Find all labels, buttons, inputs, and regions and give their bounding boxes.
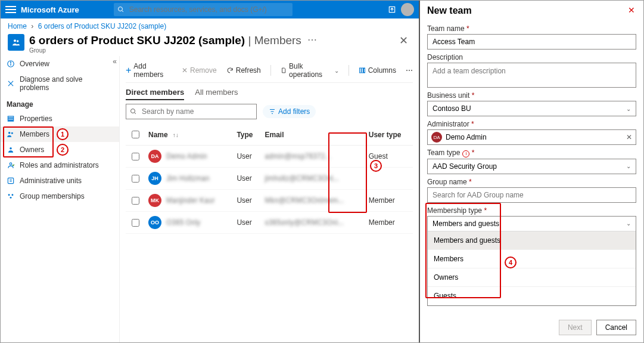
members-table: Name↑↓ Type Email User type DADemo Admin… bbox=[126, 124, 413, 234]
col-name[interactable]: Name↑↓ bbox=[145, 124, 233, 146]
membership-option[interactable]: Guests bbox=[428, 287, 636, 305]
svg-point-0 bbox=[118, 7, 122, 11]
col-user-type[interactable]: User type bbox=[365, 124, 413, 146]
search-icon bbox=[130, 108, 137, 115]
bulk-operations-button[interactable]: Bulk operations⌄ bbox=[281, 62, 339, 79]
row-type: User bbox=[233, 190, 261, 212]
svg-rect-20 bbox=[363, 68, 365, 73]
table-row[interactable]: OOO365 OnlyUsero365only@CRMC3Onl...Membe… bbox=[126, 212, 413, 234]
svg-rect-8 bbox=[8, 118, 13, 119]
nav-owners[interactable]: Owners bbox=[1, 142, 119, 157]
members-icon bbox=[7, 130, 15, 138]
nav-manage-header: Manage bbox=[1, 95, 119, 111]
row-avatar: DA bbox=[148, 150, 161, 163]
svg-point-3 bbox=[17, 40, 18, 42]
team-name-label: Team name bbox=[427, 24, 636, 33]
nav-properties[interactable]: Properties bbox=[1, 111, 119, 126]
nav-group-memberships[interactable]: Group memberships bbox=[1, 189, 119, 204]
svg-point-21 bbox=[131, 109, 135, 113]
row-type: User bbox=[233, 212, 261, 234]
add-members-button[interactable]: +Add members bbox=[126, 62, 172, 79]
table-row[interactable]: JHJim HoltzmanUserjimholtz@CRMC3Onl... bbox=[126, 168, 413, 190]
svg-line-1 bbox=[122, 11, 123, 13]
export-icon[interactable] bbox=[388, 5, 396, 14]
row-avatar: MK bbox=[148, 194, 161, 207]
nav-diagnose[interactable]: Diagnose and solve problems bbox=[1, 72, 119, 95]
more-actions[interactable]: ⋯ bbox=[307, 34, 317, 45]
team-type-label: Team typei bbox=[427, 149, 636, 157]
properties-icon bbox=[7, 115, 15, 123]
admin-chip[interactable]: DA Demo Admin ✕ bbox=[427, 129, 636, 145]
team-name-input[interactable] bbox=[427, 34, 636, 50]
membership-option[interactable]: Owners bbox=[428, 268, 636, 287]
group-name-label: Group name bbox=[427, 178, 636, 186]
search-name-input[interactable] bbox=[141, 107, 253, 116]
col-type[interactable]: Type bbox=[233, 124, 261, 146]
membership-label: Membership type bbox=[427, 206, 636, 215]
chevron-down-icon: ⌄ bbox=[626, 163, 631, 169]
refresh-button[interactable]: Refresh bbox=[226, 66, 261, 75]
svg-point-16 bbox=[11, 194, 13, 196]
tab-direct-members[interactable]: Direct members bbox=[126, 88, 184, 100]
cancel-button[interactable]: Cancel bbox=[596, 320, 636, 335]
row-email: o365only@CRMC3Onl... bbox=[261, 212, 365, 234]
row-email: Mkn@CRMC3Onlmem... bbox=[261, 190, 365, 212]
row-email: jimholtz@CRMC3Onl... bbox=[261, 168, 365, 190]
svg-rect-7 bbox=[8, 116, 13, 118]
team-type-select[interactable]: AAD Security Group⌄ bbox=[427, 159, 636, 174]
global-search-input[interactable] bbox=[128, 5, 289, 14]
page-title: 6 orders of Product SKU JJ202 (sample) |… bbox=[29, 34, 301, 47]
hamburger-menu[interactable] bbox=[5, 6, 16, 13]
collapse-nav[interactable]: « bbox=[113, 57, 117, 66]
add-filters-button[interactable]: Add filters bbox=[263, 105, 316, 118]
membership-option[interactable]: Members and guests bbox=[428, 231, 636, 250]
global-search[interactable] bbox=[114, 3, 293, 16]
svg-point-17 bbox=[10, 197, 12, 199]
nav-overview[interactable]: Overview bbox=[1, 56, 119, 72]
row-user-type: Guest bbox=[365, 146, 413, 168]
columns-button[interactable]: Columns bbox=[359, 66, 396, 75]
nav-roles[interactable]: Roles and administrators bbox=[1, 157, 119, 173]
search-name-field[interactable] bbox=[126, 104, 257, 119]
row-checkbox[interactable] bbox=[132, 153, 139, 160]
nav-members[interactable]: Members bbox=[1, 126, 119, 142]
toolbar-more[interactable]: ⋯ bbox=[406, 66, 413, 75]
page-subtype: Group bbox=[29, 47, 301, 54]
tab-all-members[interactable]: All members bbox=[195, 88, 238, 100]
breadcrumb-home[interactable]: Home bbox=[8, 22, 27, 30]
row-checkbox[interactable] bbox=[132, 197, 139, 205]
refresh-icon bbox=[226, 67, 234, 74]
membership-option[interactable]: Members bbox=[428, 250, 636, 268]
admin-remove[interactable]: ✕ bbox=[626, 133, 632, 141]
brand-label: Microsoft Azure bbox=[21, 5, 79, 14]
breadcrumb: Home › 6 orders of Product SKU JJ202 (sa… bbox=[1, 18, 419, 34]
bu-select[interactable]: Contoso BU⌄ bbox=[427, 101, 636, 116]
bu-label: Business unit bbox=[427, 91, 636, 100]
row-name: Demo Admin bbox=[166, 152, 207, 160]
info-icon bbox=[7, 60, 15, 68]
breadcrumb-current[interactable]: 6 orders of Product SKU JJ202 (sample) bbox=[38, 22, 166, 30]
panel-title: New team bbox=[427, 5, 636, 16]
col-email[interactable]: Email bbox=[261, 124, 365, 146]
close-blade[interactable]: ✕ bbox=[399, 34, 412, 47]
group-name-input[interactable] bbox=[427, 187, 636, 203]
nav-admin-units[interactable]: Administrative units bbox=[1, 173, 119, 189]
svg-point-6 bbox=[10, 62, 11, 63]
svg-point-11 bbox=[11, 132, 13, 134]
chevron-down-icon: ⌄ bbox=[626, 220, 631, 227]
info-icon[interactable]: i bbox=[462, 150, 469, 157]
select-all-checkbox[interactable] bbox=[132, 131, 139, 138]
table-row[interactable]: DADemo AdminUseradmin@msp76372...Guest bbox=[126, 146, 413, 168]
user-avatar[interactable] bbox=[401, 3, 414, 16]
close-panel[interactable]: ✕ bbox=[628, 5, 635, 15]
columns-icon bbox=[359, 67, 366, 74]
membership-dropdown[interactable]: Members and guests⌄ Members and guestsMe… bbox=[427, 216, 636, 306]
row-checkbox[interactable] bbox=[132, 175, 139, 183]
svg-point-10 bbox=[8, 132, 10, 134]
row-avatar: JH bbox=[148, 172, 161, 185]
description-input[interactable] bbox=[427, 63, 636, 88]
table-row[interactable]: MKManjinder KaurUserMkn@CRMC3Onlmem...Me… bbox=[126, 190, 413, 212]
svg-point-13 bbox=[10, 163, 12, 165]
row-checkbox[interactable] bbox=[132, 219, 139, 227]
next-button: Next bbox=[559, 320, 592, 335]
